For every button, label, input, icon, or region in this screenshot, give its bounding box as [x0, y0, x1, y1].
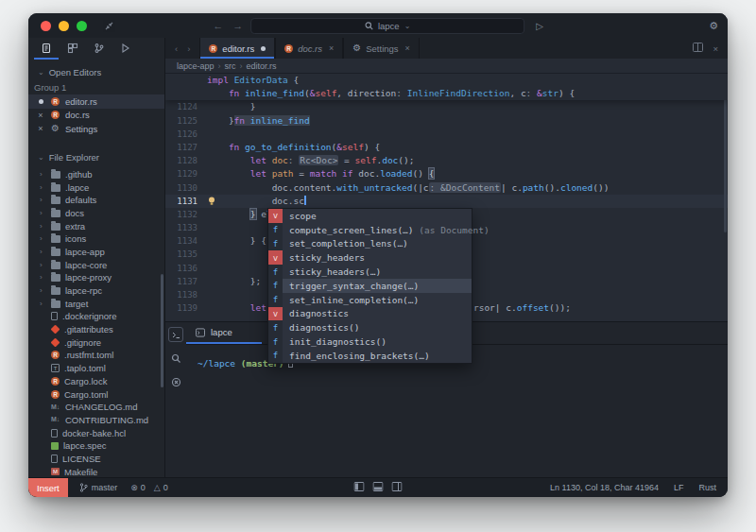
line-number: 1133	[165, 221, 198, 234]
code-line[interactable]: 1126	[165, 128, 728, 141]
open-editor-item[interactable]: ×⚙Settings	[28, 122, 164, 136]
source-control-panel-icon[interactable]	[87, 39, 112, 60]
editor-scrollbar[interactable]	[724, 91, 727, 232]
tree-folder[interactable]: ›defaults	[28, 194, 164, 207]
editor-mode-badge[interactable]: Insert	[28, 478, 68, 498]
code-line[interactable]: fn inline_find(&self, direction: InlineF…	[165, 87, 728, 100]
folder-icon	[51, 210, 60, 217]
history-forward-button[interactable]: →	[232, 20, 243, 31]
toggle-bottom-panel-icon[interactable]	[373, 482, 384, 493]
search-panel-icon[interactable]	[168, 351, 183, 366]
language-indicator[interactable]: Rust	[698, 483, 716, 492]
completion-item[interactable]: vscope	[268, 209, 472, 223]
open-editors-header[interactable]: ⌄ Open Editors	[28, 64, 164, 80]
open-editor-item[interactable]: Reditor.rs	[28, 94, 164, 109]
tree-folder[interactable]: ›lapce-rpc	[28, 284, 164, 298]
completion-item[interactable]: finit_diagnostics()	[268, 335, 472, 349]
command-palette[interactable]: lapce ⌄	[250, 18, 524, 34]
eol-indicator[interactable]: LF	[674, 483, 684, 492]
toggle-right-panel-icon[interactable]	[392, 482, 403, 493]
completion-item[interactable]: ffind_enclosing_brackets(…)	[268, 349, 472, 363]
tab-next-button[interactable]: ›	[187, 43, 190, 54]
debug-panel-icon[interactable]	[113, 39, 138, 60]
tree-file[interactable]: MMakefile	[28, 465, 164, 477]
problems-panel-icon[interactable]	[168, 374, 183, 389]
sidebar-scrollbar[interactable]	[161, 274, 163, 387]
completion-item[interactable]: fset_inline_completion(…)	[268, 293, 472, 307]
code-line[interactable]: 1131 doc.sc	[165, 195, 728, 208]
terminal-panel-icon[interactable]	[168, 327, 183, 342]
code-line[interactable]: 1128 let doc: Rc<Doc> = self.doc();	[165, 154, 728, 167]
breadcrumb[interactable]: lapce-app›src›editor.rs	[165, 59, 728, 74]
tab-Settings[interactable]: ⚙Settings×	[343, 38, 420, 59]
tree-folder[interactable]: ›.github	[28, 168, 164, 181]
tree-folder[interactable]: ›lapce-proxy	[28, 271, 164, 284]
toggle-left-panel-icon[interactable]	[354, 482, 365, 493]
tree-folder[interactable]: ›target	[28, 297, 164, 310]
tree-folder[interactable]: ›.lapce	[28, 180, 164, 194]
tree-file[interactable]: .dockerignore	[28, 310, 164, 323]
close-editor-icon[interactable]: ×	[713, 43, 718, 54]
file-explorer-header[interactable]: ⌄ File Explorer	[28, 149, 164, 165]
code-line[interactable]: 1124 }	[165, 100, 728, 113]
open-editor-item[interactable]: ×Rdoc.rs	[28, 109, 164, 123]
completion-item[interactable]: vdiagnostics	[268, 307, 472, 321]
code-line[interactable]: 1129 let path = match if doc.loaded() {	[165, 167, 728, 180]
history-back-button[interactable]: ←	[213, 20, 223, 31]
completion-item[interactable]: vsticky_headers	[268, 250, 472, 265]
zoom-window-button[interactable]	[77, 21, 87, 31]
screenshot-stage: ← → lapce ⌄ ▷ ⚙	[0, 0, 756, 532]
terminal-tab[interactable]: lapce	[186, 322, 262, 344]
completion-item[interactable]: fcompute_screen_lines(…) (as Document)	[268, 223, 472, 237]
explorer-panel-icon[interactable]	[34, 39, 59, 60]
tree-file[interactable]: R.rustfmt.toml	[28, 349, 164, 362]
code-line[interactable]: 1130 doc.content.with_untracked(|c: &Doc…	[165, 181, 728, 195]
tree-file[interactable]: M↓CHANGELOG.md	[28, 401, 164, 414]
tree-file[interactable]: .gitignore	[28, 335, 164, 349]
tree-file[interactable]: LICENSE	[28, 453, 164, 466]
tab-doc.rs[interactable]: Rdoc.rs×	[275, 38, 343, 59]
cursor-position[interactable]: Ln 1130, Col 18, Char 41964	[550, 483, 659, 492]
remote-connection-icon[interactable]	[104, 21, 114, 31]
tab-editor.rs[interactable]: Reditor.rs	[199, 38, 275, 59]
completion-item[interactable]: fdiagnostics()	[268, 320, 472, 335]
modified-dot[interactable]	[36, 96, 45, 106]
breadcrumb-segment[interactable]: lapce-app	[177, 61, 215, 71]
completion-item[interactable]: fsticky_headers(…)	[268, 265, 472, 279]
completion-item[interactable]: fset_completion_lens(…)	[268, 237, 472, 251]
completion-item[interactable]: ftrigger_syntax_change(…)	[268, 279, 472, 293]
close-icon[interactable]: ×	[405, 43, 410, 53]
code-line[interactable]: 1125 }fn inline_find	[165, 114, 728, 128]
tree-file[interactable]: RCargo.toml	[28, 387, 164, 401]
tree-file[interactable]: docker-bake.hcl	[28, 426, 164, 439]
tab-prev-button[interactable]: ‹	[175, 43, 178, 54]
git-branch-indicator[interactable]: master	[79, 483, 118, 492]
close-icon[interactable]: ×	[329, 43, 334, 53]
tree-file[interactable]: .gitattributes	[28, 323, 164, 336]
settings-gear-button[interactable]: ⚙	[709, 20, 718, 32]
close-icon[interactable]: ×	[36, 124, 45, 133]
breadcrumb-segment[interactable]: editor.rs	[247, 61, 277, 71]
split-editor-icon[interactable]	[693, 43, 703, 54]
run-button[interactable]: ▷	[536, 21, 543, 31]
close-window-button[interactable]	[41, 21, 51, 31]
tree-file[interactable]: M↓CONTRIBUTING.md	[28, 414, 164, 427]
code-line[interactable]: 1127 fn go_to_definition(&self) {	[165, 141, 728, 154]
close-icon[interactable]: ×	[36, 111, 45, 120]
breadcrumb-segment[interactable]: src	[225, 61, 236, 71]
lapce-window: ← → lapce ⌄ ▷ ⚙	[28, 13, 728, 497]
tree-folder[interactable]: ›lapce-core	[28, 258, 164, 271]
tree-folder[interactable]: ›icons	[28, 232, 164, 246]
tree-file[interactable]: T.taplo.toml	[28, 362, 164, 375]
tree-folder[interactable]: ›extra	[28, 219, 164, 232]
problems-indicator[interactable]: ⊗ 0 △ 0	[130, 483, 168, 492]
tree-file[interactable]: RCargo.lock	[28, 375, 164, 388]
tree-folder[interactable]: ›docs	[28, 207, 164, 220]
line-number: 1138	[165, 288, 198, 301]
code-line[interactable]: impl EditorData {	[165, 74, 728, 87]
tree-folder[interactable]: ›lapce-app	[28, 246, 164, 259]
tree-file[interactable]: lapce.spec	[28, 439, 164, 453]
plugins-panel-icon[interactable]	[60, 39, 85, 60]
minimize-window-button[interactable]	[59, 21, 69, 31]
title-bar[interactable]: ← → lapce ⌄ ▷ ⚙	[28, 13, 728, 38]
